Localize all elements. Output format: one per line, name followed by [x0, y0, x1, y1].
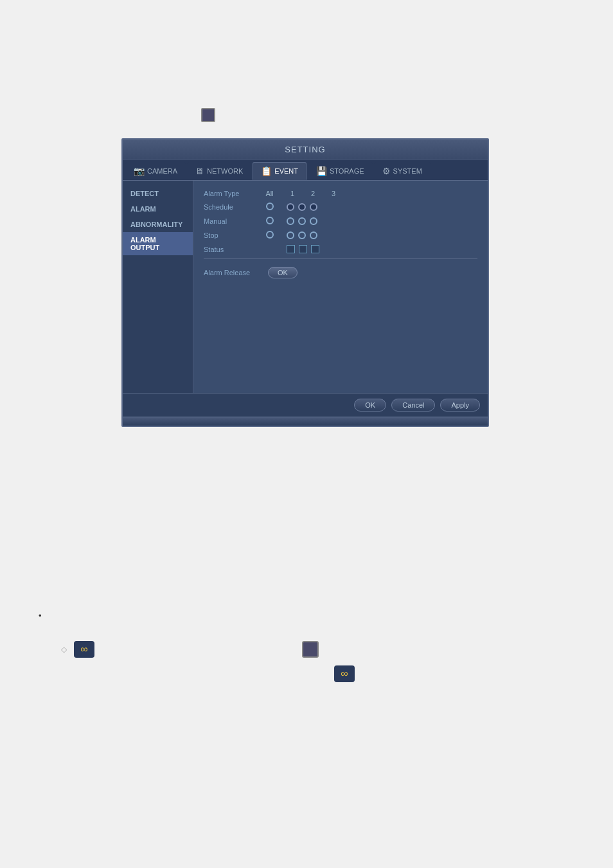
manual-dot-2: [298, 217, 306, 225]
bottom-stripe: [123, 417, 488, 426]
alarm-release-label: Alarm Release: [204, 269, 262, 276]
status-controls: [262, 245, 319, 253]
schedule-label: Schedule: [204, 203, 262, 211]
status-label: Status: [204, 246, 262, 253]
tab-event-label: EVENT: [274, 167, 298, 175]
content-area: DETECT ALARM ABNORMALITY ALARM OUTPUT Al…: [123, 181, 488, 393]
infinity-symbol: ∞: [80, 644, 87, 655]
stop-radio-open[interactable]: [266, 231, 274, 239]
manual-indicators: [287, 217, 317, 225]
manual-radio-open[interactable]: [266, 217, 274, 224]
monitor-icon-bottom: [302, 641, 319, 658]
schedule-indicators: [287, 203, 317, 211]
status-checkbox-3[interactable]: [311, 245, 319, 253]
schedule-controls: [262, 203, 317, 212]
tab-event[interactable]: 📋 EVENT: [253, 162, 306, 180]
network-tab-icon: 🖥: [195, 166, 204, 176]
schedule-dot-2: [298, 203, 306, 211]
status-row: Status: [204, 245, 477, 253]
manual-controls: [262, 217, 317, 226]
sidebar-item-alarm-output[interactable]: ALARM OUTPUT: [123, 232, 193, 255]
manual-radio-all[interactable]: [262, 217, 278, 226]
ok-button[interactable]: OK: [354, 399, 386, 411]
link-icon-left[interactable]: ∞: [74, 641, 94, 658]
col-2-label: 2: [307, 190, 319, 197]
stop-row: Stop: [204, 231, 477, 240]
alarm-type-header-row: Alarm Type All 1 2 3: [204, 190, 477, 197]
col-all-label: All: [262, 190, 278, 197]
stop-indicators: [287, 231, 317, 239]
alarm-release-row: Alarm Release OK: [204, 267, 477, 278]
infinity-symbol-right: ∞: [341, 668, 348, 680]
camera-tab-icon: 📷: [134, 166, 145, 176]
tab-system-label: SYSTEM: [393, 167, 422, 175]
tab-system[interactable]: ⚙ SYSTEM: [374, 162, 431, 180]
stop-dot-2: [298, 231, 306, 239]
link-icon-right[interactable]: ∞: [334, 665, 355, 682]
col-3-label: 3: [328, 190, 339, 197]
schedule-radio-all[interactable]: [262, 203, 278, 212]
stop-dot-1: [287, 231, 294, 239]
tab-camera[interactable]: 📷 CAMERA: [125, 162, 186, 180]
tab-storage-label: STORAGE: [330, 167, 364, 175]
dialog-title-bar: SETTING: [123, 140, 488, 159]
apply-button[interactable]: Apply: [440, 399, 480, 411]
action-bar: OK Cancel Apply: [123, 393, 488, 417]
tab-camera-label: CAMERA: [147, 167, 177, 175]
tab-network-label: NETWORK: [207, 167, 243, 175]
dialog-title-text: SETTING: [285, 145, 325, 154]
status-checkbox-2[interactable]: [299, 245, 307, 253]
stop-controls: [262, 231, 317, 240]
manual-dot-3: [310, 217, 317, 225]
alarm-release-ok-button[interactable]: OK: [268, 267, 298, 278]
tab-storage[interactable]: 💾 STORAGE: [308, 162, 373, 180]
manual-label: Manual: [204, 217, 262, 225]
schedule-radio-open[interactable]: [266, 203, 274, 210]
alarm-type-label: Alarm Type: [204, 190, 262, 197]
tab-bar: 📷 CAMERA 🖥 NETWORK 📋 EVENT 💾 STORAGE ⚙ S…: [123, 159, 488, 181]
event-tab-icon: 📋: [261, 166, 272, 176]
sidebar-item-abnormality[interactable]: ABNORMALITY: [123, 217, 193, 232]
schedule-dot-3: [310, 203, 317, 211]
alarm-type-columns: All 1 2 3: [262, 190, 339, 197]
system-tab-icon: ⚙: [382, 166, 391, 176]
schedule-dot-1: [287, 203, 294, 211]
sidebar-item-detect[interactable]: DETECT: [123, 186, 193, 201]
bullet-point: •: [39, 611, 42, 620]
stop-radio-all[interactable]: [262, 231, 278, 240]
stop-dot-3: [310, 231, 317, 239]
stop-label: Stop: [204, 231, 262, 239]
monitor-icon: [201, 108, 215, 122]
sidebar-item-alarm[interactable]: ALARM: [123, 201, 193, 217]
manual-row: Manual: [204, 217, 477, 226]
cancel-button[interactable]: Cancel: [391, 399, 435, 411]
sidebar: DETECT ALARM ABNORMALITY ALARM OUTPUT: [123, 181, 193, 393]
settings-dialog: SETTING 📷 CAMERA 🖥 NETWORK 📋 EVENT 💾 STO…: [121, 138, 489, 427]
main-panel: Alarm Type All 1 2 3 Schedule: [193, 181, 488, 393]
status-checkbox-1[interactable]: [287, 245, 295, 253]
status-checkboxes: [287, 245, 319, 253]
schedule-row: Schedule: [204, 203, 477, 212]
manual-dot-1: [287, 217, 294, 225]
diamond-icon: ◇: [61, 645, 67, 654]
col-1-label: 1: [287, 190, 298, 197]
panel-divider: [204, 258, 477, 259]
tab-network[interactable]: 🖥 NETWORK: [187, 162, 251, 180]
storage-tab-icon: 💾: [316, 166, 327, 176]
